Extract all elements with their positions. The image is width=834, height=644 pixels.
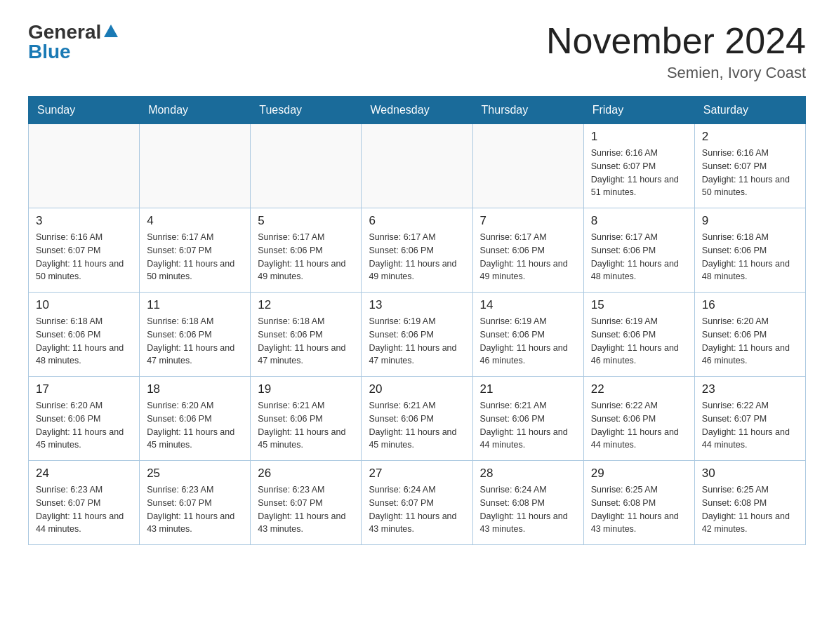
- day-info: Sunrise: 6:17 AMSunset: 6:06 PMDaylight:…: [369, 231, 465, 283]
- day-number: 5: [258, 214, 354, 228]
- day-number: 10: [36, 298, 132, 312]
- calendar-week-row: 10Sunrise: 6:18 AMSunset: 6:06 PMDayligh…: [29, 293, 806, 377]
- calendar-day-cell: 4Sunrise: 6:17 AMSunset: 6:07 PMDaylight…: [140, 208, 251, 293]
- day-number: 7: [480, 214, 576, 228]
- day-of-week-header: Saturday: [694, 97, 805, 124]
- day-number: 24: [36, 467, 132, 481]
- day-number: 8: [591, 214, 687, 228]
- day-of-week-header: Thursday: [472, 97, 583, 124]
- day-number: 26: [258, 467, 354, 481]
- calendar-day-cell: 30Sunrise: 6:25 AMSunset: 6:08 PMDayligh…: [694, 461, 805, 545]
- day-number: 23: [702, 382, 798, 396]
- day-info: Sunrise: 6:21 AMSunset: 6:06 PMDaylight:…: [480, 399, 576, 452]
- calendar-day-cell: 19Sunrise: 6:21 AMSunset: 6:06 PMDayligh…: [251, 377, 362, 461]
- calendar-day-cell: 29Sunrise: 6:25 AMSunset: 6:08 PMDayligh…: [583, 461, 694, 545]
- page-header: General Blue November 2024 Semien, Ivory…: [28, 21, 806, 82]
- calendar-day-cell: 28Sunrise: 6:24 AMSunset: 6:08 PMDayligh…: [472, 461, 583, 545]
- day-number: 13: [369, 298, 465, 312]
- day-info: Sunrise: 6:17 AMSunset: 6:06 PMDaylight:…: [480, 231, 576, 283]
- calendar-day-cell: [251, 124, 362, 208]
- calendar-day-cell: 22Sunrise: 6:22 AMSunset: 6:06 PMDayligh…: [583, 377, 694, 461]
- calendar-day-cell: 12Sunrise: 6:18 AMSunset: 6:06 PMDayligh…: [251, 293, 362, 377]
- calendar-day-cell: 25Sunrise: 6:23 AMSunset: 6:07 PMDayligh…: [140, 461, 251, 545]
- calendar-day-cell: 20Sunrise: 6:21 AMSunset: 6:06 PMDayligh…: [362, 377, 472, 461]
- day-info: Sunrise: 6:19 AMSunset: 6:06 PMDaylight:…: [369, 315, 465, 368]
- day-info: Sunrise: 6:24 AMSunset: 6:08 PMDaylight:…: [480, 483, 576, 536]
- title-area: November 2024 Semien, Ivory Coast: [546, 21, 806, 82]
- day-info: Sunrise: 6:18 AMSunset: 6:06 PMDaylight:…: [702, 231, 798, 283]
- day-of-week-header: Monday: [140, 97, 251, 124]
- calendar-day-cell: [472, 124, 583, 208]
- day-of-week-header: Tuesday: [251, 97, 362, 124]
- calendar-day-cell: 27Sunrise: 6:24 AMSunset: 6:07 PMDayligh…: [362, 461, 472, 545]
- day-number: 25: [147, 467, 243, 481]
- day-info: Sunrise: 6:24 AMSunset: 6:07 PMDaylight:…: [369, 483, 465, 536]
- day-info: Sunrise: 6:21 AMSunset: 6:06 PMDaylight:…: [369, 399, 465, 452]
- day-number: 4: [147, 214, 243, 228]
- calendar-week-row: 1Sunrise: 6:16 AMSunset: 6:07 PMDaylight…: [29, 124, 806, 208]
- calendar-day-cell: 5Sunrise: 6:17 AMSunset: 6:06 PMDaylight…: [251, 208, 362, 293]
- calendar-day-cell: 11Sunrise: 6:18 AMSunset: 6:06 PMDayligh…: [140, 293, 251, 377]
- logo-arrow-icon: [104, 25, 118, 37]
- day-number: 20: [369, 382, 465, 396]
- calendar-day-cell: 18Sunrise: 6:20 AMSunset: 6:06 PMDayligh…: [140, 377, 251, 461]
- calendar-table: SundayMondayTuesdayWednesdayThursdayFrid…: [28, 96, 806, 545]
- day-number: 28: [480, 467, 576, 481]
- calendar-day-cell: 14Sunrise: 6:19 AMSunset: 6:06 PMDayligh…: [472, 293, 583, 377]
- day-info: Sunrise: 6:25 AMSunset: 6:08 PMDaylight:…: [702, 483, 798, 536]
- day-info: Sunrise: 6:16 AMSunset: 6:07 PMDaylight:…: [36, 231, 132, 283]
- calendar-day-cell: 17Sunrise: 6:20 AMSunset: 6:06 PMDayligh…: [29, 377, 140, 461]
- calendar-week-row: 3Sunrise: 6:16 AMSunset: 6:07 PMDaylight…: [29, 208, 806, 293]
- day-number: 1: [591, 130, 687, 144]
- day-info: Sunrise: 6:23 AMSunset: 6:07 PMDaylight:…: [258, 483, 354, 536]
- day-info: Sunrise: 6:21 AMSunset: 6:06 PMDaylight:…: [258, 399, 354, 452]
- calendar-day-cell: 16Sunrise: 6:20 AMSunset: 6:06 PMDayligh…: [694, 293, 805, 377]
- calendar-day-cell: 9Sunrise: 6:18 AMSunset: 6:06 PMDaylight…: [694, 208, 805, 293]
- calendar-day-cell: 7Sunrise: 6:17 AMSunset: 6:06 PMDaylight…: [472, 208, 583, 293]
- day-of-week-header: Friday: [583, 97, 694, 124]
- location-subtitle: Semien, Ivory Coast: [546, 64, 806, 82]
- calendar-day-cell: [140, 124, 251, 208]
- day-of-week-header: Wednesday: [362, 97, 472, 124]
- day-number: 15: [591, 298, 687, 312]
- day-number: 11: [147, 298, 243, 312]
- month-title: November 2024: [546, 21, 806, 61]
- day-info: Sunrise: 6:22 AMSunset: 6:06 PMDaylight:…: [591, 399, 687, 452]
- day-info: Sunrise: 6:17 AMSunset: 6:07 PMDaylight:…: [147, 231, 243, 283]
- calendar-day-cell: 1Sunrise: 6:16 AMSunset: 6:07 PMDaylight…: [583, 124, 694, 208]
- calendar-day-cell: 21Sunrise: 6:21 AMSunset: 6:06 PMDayligh…: [472, 377, 583, 461]
- day-info: Sunrise: 6:19 AMSunset: 6:06 PMDaylight:…: [591, 315, 687, 368]
- calendar-day-cell: 24Sunrise: 6:23 AMSunset: 6:07 PMDayligh…: [29, 461, 140, 545]
- day-number: 29: [591, 467, 687, 481]
- day-number: 6: [369, 214, 465, 228]
- calendar-day-cell: 23Sunrise: 6:22 AMSunset: 6:07 PMDayligh…: [694, 377, 805, 461]
- calendar-day-cell: 2Sunrise: 6:16 AMSunset: 6:07 PMDaylight…: [694, 124, 805, 208]
- day-number: 14: [480, 298, 576, 312]
- day-info: Sunrise: 6:17 AMSunset: 6:06 PMDaylight:…: [591, 231, 687, 283]
- day-info: Sunrise: 6:17 AMSunset: 6:06 PMDaylight:…: [258, 231, 354, 283]
- day-number: 19: [258, 382, 354, 396]
- day-info: Sunrise: 6:16 AMSunset: 6:07 PMDaylight:…: [591, 147, 687, 199]
- day-info: Sunrise: 6:23 AMSunset: 6:07 PMDaylight:…: [36, 483, 132, 536]
- day-number: 27: [369, 467, 465, 481]
- calendar-day-cell: 6Sunrise: 6:17 AMSunset: 6:06 PMDaylight…: [362, 208, 472, 293]
- logo-blue-text: Blue: [28, 41, 71, 63]
- day-number: 3: [36, 214, 132, 228]
- calendar-week-row: 17Sunrise: 6:20 AMSunset: 6:06 PMDayligh…: [29, 377, 806, 461]
- calendar-week-row: 24Sunrise: 6:23 AMSunset: 6:07 PMDayligh…: [29, 461, 806, 545]
- day-of-week-header: Sunday: [29, 97, 140, 124]
- day-number: 22: [591, 382, 687, 396]
- day-info: Sunrise: 6:18 AMSunset: 6:06 PMDaylight:…: [36, 315, 132, 368]
- day-number: 18: [147, 382, 243, 396]
- day-info: Sunrise: 6:20 AMSunset: 6:06 PMDaylight:…: [36, 399, 132, 452]
- day-info: Sunrise: 6:18 AMSunset: 6:06 PMDaylight:…: [258, 315, 354, 368]
- calendar-day-cell: 3Sunrise: 6:16 AMSunset: 6:07 PMDaylight…: [29, 208, 140, 293]
- day-info: Sunrise: 6:18 AMSunset: 6:06 PMDaylight:…: [147, 315, 243, 368]
- day-info: Sunrise: 6:23 AMSunset: 6:07 PMDaylight:…: [147, 483, 243, 536]
- calendar-day-cell: 13Sunrise: 6:19 AMSunset: 6:06 PMDayligh…: [362, 293, 472, 377]
- day-info: Sunrise: 6:16 AMSunset: 6:07 PMDaylight:…: [702, 147, 798, 199]
- day-info: Sunrise: 6:22 AMSunset: 6:07 PMDaylight:…: [702, 399, 798, 452]
- calendar-day-cell: [29, 124, 140, 208]
- day-info: Sunrise: 6:25 AMSunset: 6:08 PMDaylight:…: [591, 483, 687, 536]
- day-info: Sunrise: 6:20 AMSunset: 6:06 PMDaylight:…: [702, 315, 798, 368]
